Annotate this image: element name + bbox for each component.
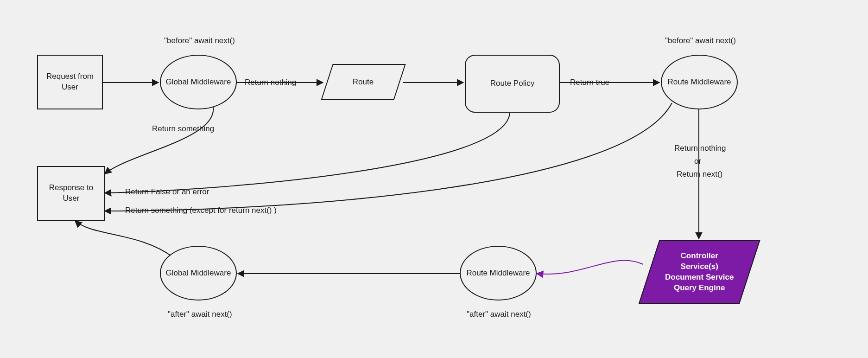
- route-policy-label: Route Policy: [490, 78, 534, 89]
- request-label: Request from User: [42, 71, 98, 93]
- response-node: Response to User: [37, 166, 105, 221]
- edge-return-something-except-next: Return something (except for return next…: [125, 206, 277, 215]
- global-middleware-after-label: Global Middleware: [166, 268, 231, 279]
- edge-return-false-or-error: Return False or an error: [125, 187, 209, 197]
- controller-node: Controller Service(s) Document Service Q…: [639, 240, 760, 304]
- edge-return-nothing: Return nothing: [245, 78, 297, 87]
- route-policy-node: Route Policy: [465, 55, 560, 113]
- route-middleware-after-caption: "after" await next(): [467, 310, 531, 319]
- controller-lines: Controller Service(s) Document Service Q…: [665, 251, 734, 294]
- edge-return-true: Return true: [570, 78, 609, 87]
- diagram-canvas: Request from User Global Middleware "bef…: [0, 0, 868, 358]
- edge-return-nothing-or-next-2: or: [694, 157, 701, 166]
- controller-line-0: Controller: [665, 251, 734, 262]
- controller-line-3: Query Engine: [665, 283, 734, 294]
- global-middleware-after-node: Global Middleware: [160, 246, 237, 300]
- route-middleware-before-node: Route Middleware: [661, 55, 738, 109]
- controller-line-1: Service(s): [665, 262, 734, 272]
- global-middleware-after-caption: "after" await next(): [168, 310, 232, 319]
- request-node: Request from User: [37, 55, 103, 109]
- global-middleware-before-node: Global Middleware: [160, 55, 237, 109]
- global-middleware-before-caption: "before" await next(): [164, 36, 235, 45]
- route-middleware-before-caption: "before" await next(): [665, 36, 736, 45]
- edge-return-something: Return something: [152, 124, 214, 134]
- route-node: Route: [321, 64, 405, 100]
- edges-layer: [0, 0, 868, 358]
- route-middleware-after-node: Route Middleware: [460, 246, 537, 300]
- route-middleware-after-label: Route Middleware: [466, 268, 530, 279]
- response-label: Response to User: [42, 183, 101, 204]
- route-label: Route: [353, 77, 374, 88]
- edge-return-nothing-or-next-1: Return nothing: [674, 144, 726, 153]
- route-middleware-before-label: Route Middleware: [667, 77, 731, 88]
- controller-line-2: Document Service: [665, 272, 734, 283]
- edge-return-nothing-or-next-3: Return next(): [677, 170, 722, 179]
- global-middleware-before-label: Global Middleware: [166, 77, 231, 88]
